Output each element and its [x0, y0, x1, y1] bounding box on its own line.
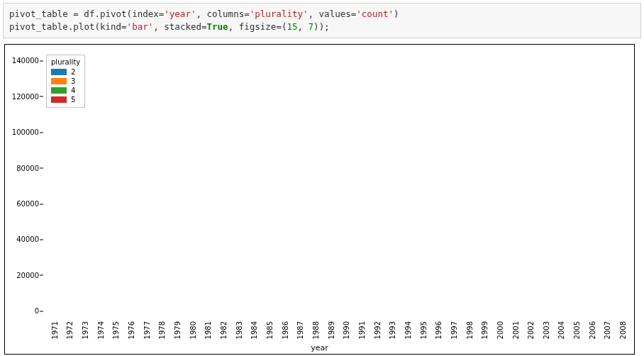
- x-tick: 1990: [343, 318, 350, 339]
- x-tick: 1996: [435, 318, 443, 339]
- x-tick: 1984: [250, 318, 258, 339]
- x-tick: 1975: [112, 318, 120, 339]
- x-tick: 1999: [481, 318, 489, 339]
- chart-output: 020000400006000080000100000120000140000 …: [4, 44, 640, 355]
- x-tick: 2004: [557, 318, 565, 339]
- x-tick: 1985: [266, 318, 274, 339]
- x-tick: 2003: [543, 318, 550, 339]
- x-tick: 1976: [128, 318, 135, 339]
- legend-label: 2: [71, 67, 75, 77]
- legend-title: plurality: [51, 58, 80, 66]
- x-tick: 1989: [328, 318, 335, 339]
- x-tick: 1971: [51, 318, 59, 339]
- y-tick: 80000: [5, 164, 39, 172]
- legend-swatch: [51, 69, 67, 75]
- x-tick: 1973: [82, 318, 89, 339]
- x-tick: 1987: [296, 318, 304, 339]
- x-tick: 2005: [573, 318, 581, 339]
- legend-row: 4: [51, 86, 80, 95]
- y-tick: 120000: [5, 92, 39, 100]
- x-tick: 1983: [235, 318, 243, 339]
- y-tick: 140000: [5, 57, 39, 65]
- x-tick: 1995: [420, 318, 428, 339]
- x-tick: 1982: [220, 318, 228, 339]
- x-tick: 2002: [527, 318, 535, 339]
- x-tick: 1977: [143, 318, 151, 339]
- code-cell[interactable]: pivot_table = df.pivot(index='year', col…: [3, 3, 641, 38]
- x-tick: 2001: [512, 318, 520, 339]
- x-tick: 1981: [204, 318, 212, 339]
- chart-frame: 020000400006000080000100000120000140000 …: [4, 44, 635, 355]
- legend-swatch: [51, 78, 67, 84]
- x-tick: 1993: [389, 318, 396, 339]
- x-tick: 2007: [604, 318, 611, 339]
- x-tick: 1997: [450, 318, 458, 339]
- x-tick: 1994: [404, 318, 412, 339]
- bars-container: 1971197219731974197519761977197819791980…: [42, 50, 628, 318]
- legend: plurality 2345: [46, 55, 85, 108]
- x-tick: 1978: [158, 318, 166, 339]
- x-tick: 1980: [189, 318, 197, 339]
- legend-label: 3: [71, 77, 75, 86]
- x-tick: 2000: [496, 318, 504, 339]
- legend-row: 3: [51, 77, 80, 86]
- y-tick: 20000: [5, 271, 39, 279]
- legend-swatch: [51, 96, 67, 103]
- x-tick: 2006: [589, 318, 596, 339]
- legend-row: 2: [51, 67, 80, 77]
- x-tick: 1991: [358, 318, 366, 339]
- y-tick: 0: [5, 307, 39, 315]
- x-tick: 1998: [466, 318, 474, 339]
- x-tick: 1986: [282, 318, 289, 339]
- x-tick: 1972: [66, 318, 74, 339]
- x-axis-label: year: [5, 343, 634, 352]
- x-tick: 1992: [374, 318, 382, 339]
- legend-swatch: [51, 87, 67, 94]
- legend-label: 4: [71, 86, 75, 95]
- legend-label: 5: [71, 95, 75, 104]
- y-tick: 60000: [5, 200, 39, 208]
- x-tick: 1974: [97, 318, 105, 339]
- legend-row: 5: [51, 95, 80, 104]
- plot-area: 020000400006000080000100000120000140000 …: [42, 50, 628, 318]
- y-tick: 40000: [5, 235, 39, 243]
- y-tick: 100000: [5, 128, 39, 136]
- x-tick: 1988: [312, 318, 320, 339]
- x-tick: 2008: [619, 318, 627, 339]
- x-tick: 1979: [174, 318, 182, 339]
